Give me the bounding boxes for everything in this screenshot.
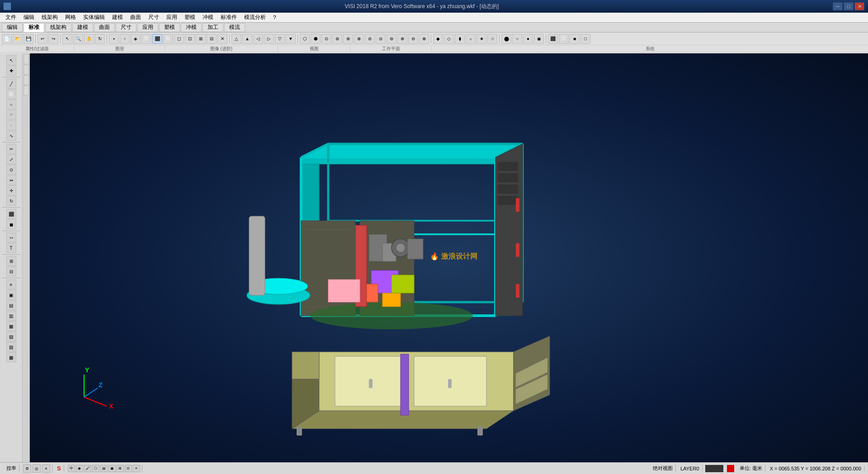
- tb-btn-26[interactable]: ⊜: [387, 34, 396, 44]
- tb-btn-21[interactable]: ⊚: [332, 34, 342, 44]
- ctrl-1[interactable]: 中: [68, 465, 75, 472]
- lp-btn3[interactable]: [24, 75, 29, 85]
- tab-punch[interactable]: 冲模: [181, 23, 202, 32]
- tb-btn-13[interactable]: ▲: [242, 34, 252, 44]
- sb-layer3[interactable]: ▤: [6, 300, 16, 310]
- tb-btn-23[interactable]: ⊗: [354, 34, 364, 44]
- menu-surface[interactable]: 曲面: [127, 13, 145, 22]
- menu-file[interactable]: 文件: [2, 13, 20, 22]
- select-button[interactable]: ↖: [62, 34, 72, 44]
- tab-machining[interactable]: 加工: [203, 23, 223, 32]
- undo-button[interactable]: ↩: [38, 34, 47, 44]
- tb-btn-17[interactable]: ▼: [286, 34, 296, 44]
- sb-layer5[interactable]: ▦: [6, 321, 16, 331]
- sb-move[interactable]: ✛: [6, 185, 16, 195]
- sb-layer8[interactable]: ▩: [6, 352, 16, 362]
- tb-btn-34[interactable]: ★: [476, 34, 486, 44]
- tab-mold[interactable]: 塑模: [159, 23, 180, 32]
- sb-layer6[interactable]: ▧: [6, 332, 16, 341]
- tb-btn-29[interactable]: ⊗: [419, 34, 429, 44]
- tb-btn-31[interactable]: ◇: [444, 34, 454, 44]
- tab-edit[interactable]: 编辑: [2, 23, 23, 32]
- tb-btn-36[interactable]: ⬤: [501, 34, 511, 44]
- tb-btn-8[interactable]: ⊡: [185, 34, 195, 44]
- tb-btn-41[interactable]: ⬜: [559, 34, 569, 44]
- maximize-button[interactable]: □: [844, 2, 854, 10]
- sb-layer7[interactable]: ▨: [6, 342, 16, 352]
- lp-btn4[interactable]: [24, 85, 29, 95]
- sb-measure[interactable]: ⇿: [6, 232, 16, 242]
- viewport[interactable]: 🔥 激浪设计网: [30, 53, 868, 462]
- tab-wireframe[interactable]: 线架构: [45, 23, 71, 32]
- menu-standard[interactable]: 标准件: [217, 13, 241, 22]
- sb-mirror[interactable]: ⇔: [6, 175, 16, 185]
- status-icon-1[interactable]: ⚙: [23, 465, 31, 473]
- menu-solid-edit[interactable]: 实体编辑: [80, 13, 108, 22]
- new-button[interactable]: 📄: [2, 34, 12, 44]
- tb-btn-35[interactable]: ☆: [487, 34, 497, 44]
- tb-btn-25[interactable]: ⊝: [376, 34, 386, 44]
- tb-btn-16[interactable]: ▽: [275, 34, 285, 44]
- tb-btn-6[interactable]: ⬜: [163, 34, 173, 44]
- tab-flow[interactable]: 模流: [224, 23, 245, 32]
- rotate-button[interactable]: ↻: [95, 34, 105, 44]
- save-button[interactable]: 💾: [24, 34, 33, 44]
- tb-btn-20[interactable]: ⊙: [321, 34, 331, 44]
- sb-snap1[interactable]: ⊞: [6, 256, 16, 266]
- ctrl-7[interactable]: ⊞: [117, 465, 124, 472]
- sb-text[interactable]: T: [6, 243, 16, 253]
- menu-model[interactable]: 建模: [108, 13, 127, 22]
- tb-btn-1[interactable]: ▪: [109, 34, 119, 44]
- pan-button[interactable]: ✋: [84, 34, 94, 44]
- tab-dimension[interactable]: 尺寸: [116, 23, 137, 32]
- tb-btn-39[interactable]: ◉: [534, 34, 544, 44]
- minimize-button[interactable]: ─: [833, 2, 843, 10]
- sb-extend[interactable]: ⤢: [6, 154, 16, 164]
- sb-trim[interactable]: ✂: [6, 144, 16, 154]
- tb-btn-37[interactable]: ○: [512, 34, 522, 44]
- tb-btn-18[interactable]: ⬡: [300, 34, 310, 44]
- ctrl-4[interactable]: ⬡: [92, 465, 99, 472]
- tb-btn-30[interactable]: ◆: [433, 34, 443, 44]
- menu-edit[interactable]: 编辑: [20, 13, 38, 22]
- sb-layer2[interactable]: ▣: [6, 290, 16, 300]
- tab-apply[interactable]: 应用: [137, 23, 158, 32]
- menu-dimension[interactable]: 尺寸: [145, 13, 163, 22]
- tb-btn-33[interactable]: ⬦: [466, 34, 476, 44]
- menu-wireframe[interactable]: 线架构: [38, 13, 61, 22]
- menu-punch[interactable]: 冲模: [199, 13, 217, 22]
- ctrl-9[interactable]: ≡: [133, 465, 140, 472]
- sb-arc[interactable]: ◜: [6, 110, 16, 120]
- tb-btn-14[interactable]: ◁: [253, 34, 263, 44]
- lp-btn2[interactable]: [24, 65, 29, 75]
- ctrl-5[interactable]: ▤: [100, 465, 108, 472]
- tb-btn-22[interactable]: ⊛: [343, 34, 353, 44]
- tb-btn-42[interactable]: ■: [570, 34, 580, 44]
- open-button[interactable]: 📂: [13, 34, 23, 44]
- tb-btn-32[interactable]: ⧫: [455, 34, 465, 44]
- tb-btn-9[interactable]: ⊞: [196, 34, 206, 44]
- tb-btn-5[interactable]: ⬛: [152, 34, 162, 44]
- tb-btn-19[interactable]: ⬢: [311, 34, 321, 44]
- sb-pointer[interactable]: ↖: [6, 55, 16, 65]
- menu-help[interactable]: ?: [269, 14, 280, 22]
- ctrl-2[interactable]: ◉: [76, 465, 83, 472]
- sb-solid2[interactable]: ◼: [6, 219, 16, 229]
- lp-btn1[interactable]: [24, 54, 29, 64]
- sb-rotate[interactable]: ↻: [6, 196, 16, 206]
- sb-point[interactable]: ·: [6, 120, 16, 130]
- status-icon-2[interactable]: ◎: [33, 465, 41, 473]
- tb-btn-24[interactable]: ⊘: [365, 34, 375, 44]
- sb-offset[interactable]: ⊙: [6, 165, 16, 175]
- tb-btn-38[interactable]: ●: [523, 34, 533, 44]
- sb-line[interactable]: ╱: [6, 79, 16, 89]
- tb-btn-7[interactable]: ◻: [174, 34, 184, 44]
- menu-mesh[interactable]: 网格: [61, 13, 80, 22]
- sb-curve[interactable]: ∿: [6, 131, 16, 141]
- sb-cross[interactable]: ✚: [6, 66, 16, 76]
- sb-snap2[interactable]: ⊟: [6, 266, 16, 276]
- sb-layer4[interactable]: ▥: [6, 311, 16, 321]
- tb-btn-4[interactable]: ⬜: [142, 34, 151, 44]
- zoom-button[interactable]: 🔍: [73, 34, 83, 44]
- tab-standard[interactable]: 标准: [24, 23, 44, 32]
